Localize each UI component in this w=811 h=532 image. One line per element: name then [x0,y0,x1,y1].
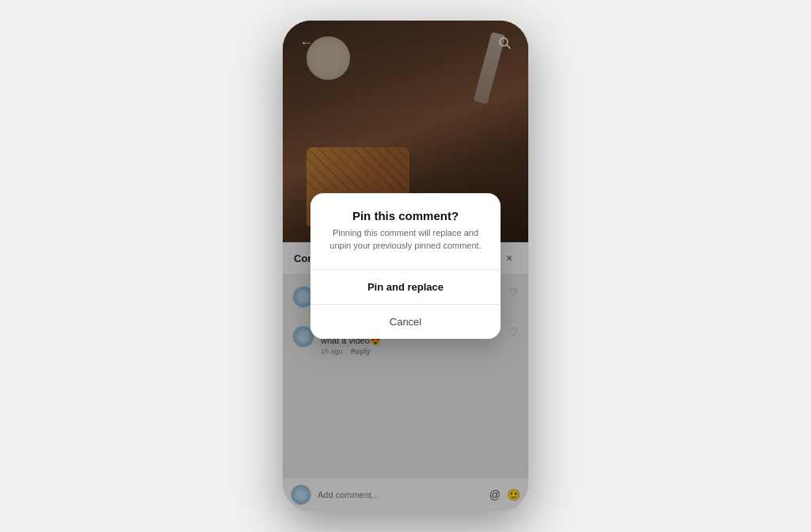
phone-screen: ← Comm... × [283,21,528,511]
pin-comment-modal: Pin this comment? Pinning this comment w… [310,193,501,339]
pin-and-replace-button[interactable]: Pin and replace [310,270,501,304]
modal-overlay: Pin this comment? Pinning this comment w… [283,21,528,511]
phone-frame: ← Comm... × [283,21,528,511]
cancel-button[interactable]: Cancel [310,305,501,339]
modal-description: Pinning this comment will replace and un… [326,227,485,252]
modal-title: Pin this comment? [326,209,485,222]
modal-header: Pin this comment? Pinning this comment w… [310,193,501,258]
